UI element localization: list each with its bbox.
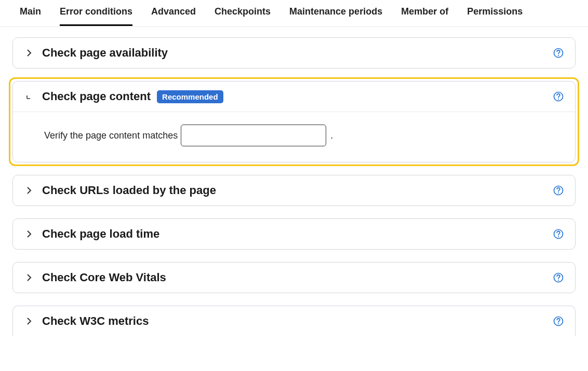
panel-load-time: Check page load time: [12, 218, 576, 250]
svg-point-3: [558, 99, 559, 100]
help-icon[interactable]: [553, 272, 564, 283]
svg-point-9: [558, 280, 559, 281]
svg-point-7: [558, 236, 559, 237]
svg-point-11: [558, 323, 559, 324]
panel-content-highlight: Check page content Recommended Verify th…: [9, 77, 579, 166]
panel-w3c-metrics-title: Check W3C metrics: [42, 314, 149, 328]
panel-urls: Check URLs loaded by the page: [12, 175, 576, 206]
tab-member-of[interactable]: Member of: [401, 1, 448, 26]
panel-availability: Check page availability: [12, 37, 576, 68]
panel-content-header[interactable]: Check page content Recommended: [13, 81, 575, 112]
recommended-badge: Recommended: [157, 90, 223, 103]
panel-load-time-title: Check page load time: [42, 227, 159, 241]
tab-error-conditions[interactable]: Error conditions: [60, 1, 132, 26]
chevron-right-icon: [24, 49, 34, 57]
panel-core-web-vitals-header[interactable]: Check Core Web Vitals: [13, 263, 575, 293]
tab-advanced[interactable]: Advanced: [151, 1, 196, 26]
svg-point-1: [558, 55, 559, 56]
help-icon[interactable]: [553, 185, 564, 196]
tab-checkpoints[interactable]: Checkpoints: [215, 1, 271, 26]
panel-availability-header[interactable]: Check page availability: [13, 38, 575, 68]
svg-point-5: [558, 193, 559, 194]
panel-content: Check page content Recommended Verify th…: [12, 81, 576, 162]
panel-content-body: Verify the page content matches .: [13, 112, 575, 162]
panel-availability-title: Check page availability: [42, 46, 168, 60]
chevron-right-icon: [24, 187, 34, 194]
panel-core-web-vitals-title: Check Core Web Vitals: [42, 271, 166, 284]
panel-urls-title: Check URLs loaded by the page: [42, 184, 216, 197]
panel-w3c-metrics-header[interactable]: Check W3C metrics: [13, 306, 575, 336]
tab-bar: Main Error conditions Advanced Checkpoin…: [0, 0, 588, 27]
tab-permissions[interactable]: Permissions: [467, 1, 523, 26]
panel-content-title: Check page content: [42, 90, 151, 103]
help-icon[interactable]: [553, 91, 564, 102]
collapse-icon: [24, 93, 34, 100]
panel-urls-header[interactable]: Check URLs loaded by the page: [13, 175, 575, 205]
panel-core-web-vitals: Check Core Web Vitals: [12, 262, 576, 293]
content-match-label: Verify the page content matches: [44, 130, 178, 141]
help-icon[interactable]: [553, 316, 564, 326]
panels-container: Check page availability Check page conte…: [0, 27, 588, 336]
tab-main[interactable]: Main: [20, 1, 41, 26]
help-icon[interactable]: [553, 48, 564, 58]
tab-maintenance-periods[interactable]: Maintenance periods: [289, 1, 382, 26]
chevron-right-icon: [24, 230, 34, 238]
content-match-input[interactable]: [181, 125, 326, 146]
content-match-suffix: .: [330, 130, 333, 141]
chevron-right-icon: [24, 274, 34, 281]
panel-load-time-header[interactable]: Check page load time: [13, 219, 575, 249]
chevron-right-icon: [24, 318, 34, 325]
panel-w3c-metrics: Check W3C metrics: [12, 306, 576, 336]
help-icon[interactable]: [553, 229, 564, 239]
